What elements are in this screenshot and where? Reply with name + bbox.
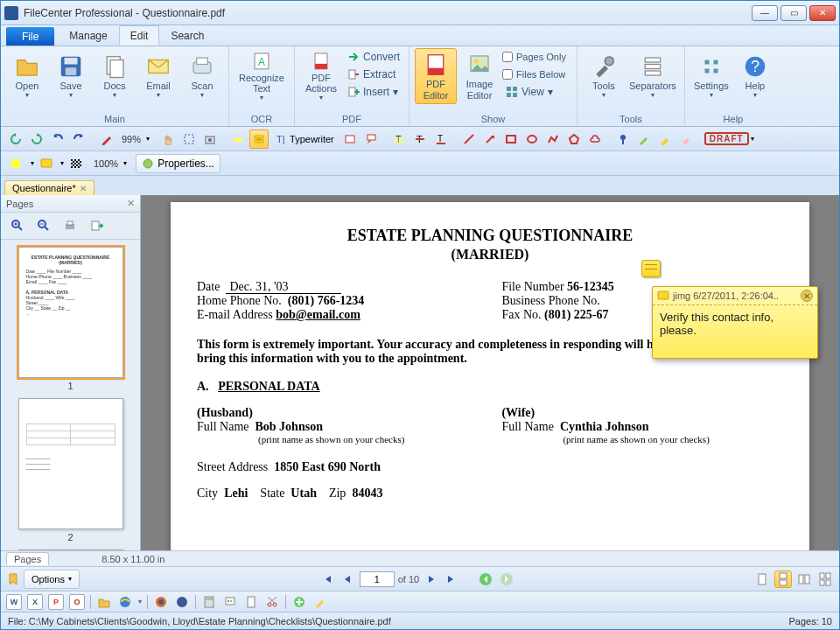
zoom-in-thumb-icon[interactable] xyxy=(6,216,29,235)
properties-button[interactable]: Properties... xyxy=(136,154,220,173)
hand-tool-icon[interactable] xyxy=(158,130,178,149)
outlook-icon[interactable]: O xyxy=(69,594,85,610)
facing-continuous-icon[interactable] xyxy=(816,570,834,588)
options-dropdown[interactable]: Options ▾ xyxy=(24,570,80,589)
opacity-icon[interactable] xyxy=(66,154,88,173)
export-thumb-icon[interactable] xyxy=(85,216,108,235)
page-thumbnail[interactable]: ESTATE PLANNING QUESTIONNAIRE(MARRIED)Da… xyxy=(18,247,123,391)
redo-icon[interactable] xyxy=(69,130,88,149)
edit-apps-icon[interactable] xyxy=(312,594,328,610)
snip-icon[interactable] xyxy=(264,594,280,610)
image-editor-button[interactable]: Image Editor xyxy=(458,48,500,104)
next-page-icon[interactable] xyxy=(423,570,440,588)
select-tool-icon[interactable] xyxy=(179,130,199,149)
email-button[interactable]: Email▾ xyxy=(137,48,179,104)
recognize-text-button[interactable]: ARecognize Text▾ xyxy=(234,48,289,104)
paint-icon[interactable] xyxy=(222,594,238,610)
pushpin-icon[interactable] xyxy=(613,130,633,149)
marker-icon[interactable] xyxy=(655,130,675,149)
rotate-left-icon[interactable] xyxy=(6,130,25,149)
thunderbird-icon[interactable] xyxy=(174,594,190,610)
arrow-tool-icon[interactable] xyxy=(480,130,500,149)
pages-tab[interactable]: Pages xyxy=(6,552,49,565)
note-style-icon[interactable] xyxy=(36,154,59,173)
single-page-view-icon[interactable] xyxy=(753,570,771,588)
pdf-editor-button[interactable]: PDF Editor xyxy=(415,48,457,104)
firefox-icon[interactable] xyxy=(153,594,169,610)
sticky-close-icon[interactable]: ✕ xyxy=(801,290,813,302)
extract-button[interactable]: Extract xyxy=(344,66,403,83)
underline-icon[interactable]: T xyxy=(431,130,451,149)
close-tab-icon[interactable]: ✕ xyxy=(80,184,87,193)
pdf-actions-button[interactable]: PDF Actions▾ xyxy=(300,48,342,104)
zoom-out-thumb-icon[interactable] xyxy=(32,216,55,235)
pencil-icon[interactable] xyxy=(634,130,654,149)
sticky-note-tool-icon[interactable] xyxy=(249,130,269,149)
rotate-right-icon[interactable] xyxy=(27,130,46,149)
tools-button[interactable]: Tools▾ xyxy=(583,48,625,104)
eraser-icon[interactable] xyxy=(676,130,696,149)
edit-icon[interactable] xyxy=(97,130,116,149)
typewriter-tool[interactable]: T|Typewriter xyxy=(270,130,339,149)
page-thumbnail[interactable]: ______________________________ 2 xyxy=(18,398,123,542)
continuous-view-icon[interactable] xyxy=(774,570,792,588)
first-page-icon[interactable] xyxy=(318,570,335,588)
scan-button[interactable]: Scan▾ xyxy=(181,48,223,104)
add-app-icon[interactable] xyxy=(291,594,307,610)
explorer-icon[interactable] xyxy=(96,594,112,610)
powerpoint-icon[interactable]: P xyxy=(48,594,64,610)
nav-back-icon[interactable] xyxy=(477,570,494,588)
file-menu[interactable]: File xyxy=(6,27,54,46)
excel-icon[interactable]: X xyxy=(27,594,43,610)
polygon-tool-icon[interactable] xyxy=(564,130,584,149)
highlight-text-icon[interactable]: T xyxy=(389,130,409,149)
snapshot-icon[interactable] xyxy=(200,130,220,149)
separators-button[interactable]: Separators▾ xyxy=(626,48,679,104)
document-tab[interactable]: Questionnaire*✕ xyxy=(4,180,94,195)
facing-view-icon[interactable] xyxy=(795,570,813,588)
ie-icon[interactable] xyxy=(117,594,133,610)
tab-search[interactable]: Search xyxy=(159,25,215,46)
view-dropdown[interactable]: View ▾ xyxy=(502,83,571,101)
viewer-scroll[interactable]: ESTATE PLANNING QUESTIONNAIRE (MARRIED) … xyxy=(141,195,839,550)
pages-panel-close-icon[interactable]: ✕ xyxy=(127,198,135,209)
rect-tool-icon[interactable] xyxy=(501,130,521,149)
last-page-icon[interactable] xyxy=(444,570,461,588)
prev-page-icon[interactable] xyxy=(339,570,356,588)
oval-tool-icon[interactable] xyxy=(522,130,542,149)
textbox-red-icon[interactable] xyxy=(340,130,360,149)
page-number-input[interactable] xyxy=(360,571,395,587)
fill-color-icon[interactable] xyxy=(6,154,29,173)
tab-manage[interactable]: Manage xyxy=(58,25,118,46)
convert-button[interactable]: Convert xyxy=(344,48,403,66)
docs-button[interactable]: Docs▾ xyxy=(94,48,136,104)
settings-button[interactable]: Settings▾ xyxy=(690,48,732,104)
draft-stamp[interactable]: DRAFT xyxy=(704,132,749,145)
print-thumb-icon[interactable] xyxy=(59,216,81,235)
sticky-note-popup[interactable]: jimg 6/27/2011, 2:26:04.. ✕ Verify this … xyxy=(652,286,818,359)
cloud-tool-icon[interactable] xyxy=(585,130,605,149)
sticky-note-icon[interactable] xyxy=(641,260,661,277)
line-tool-icon[interactable] xyxy=(459,130,479,149)
strikeout-icon[interactable]: T xyxy=(410,130,430,149)
word-icon[interactable]: W xyxy=(6,594,22,610)
calc-icon[interactable] xyxy=(201,594,217,610)
undo-icon[interactable] xyxy=(48,130,67,149)
close-button[interactable]: ✕ xyxy=(809,5,836,21)
maximize-button[interactable]: ▭ xyxy=(780,5,807,21)
sticky-text[interactable]: Verify this contact info, please. xyxy=(653,305,817,358)
open-button[interactable]: Open▾ xyxy=(6,48,48,104)
insert-button[interactable]: Insert ▾ xyxy=(344,83,403,101)
notepad-icon[interactable] xyxy=(243,594,259,610)
highlight-sel-icon[interactable] xyxy=(228,130,248,149)
save-button[interactable]: Save▾ xyxy=(50,48,92,104)
help-button[interactable]: ?Help▾ xyxy=(734,48,776,104)
callout-icon[interactable] xyxy=(361,130,381,149)
polyline-tool-icon[interactable] xyxy=(543,130,563,149)
files-below-checkbox[interactable]: Files Below xyxy=(502,66,571,83)
minimize-button[interactable]: — xyxy=(752,5,778,21)
tab-edit[interactable]: Edit xyxy=(119,25,160,46)
pages-only-checkbox[interactable]: Pages Only xyxy=(502,48,571,66)
bookmark-icon[interactable] xyxy=(6,572,20,586)
nav-forward-icon[interactable] xyxy=(498,570,515,588)
